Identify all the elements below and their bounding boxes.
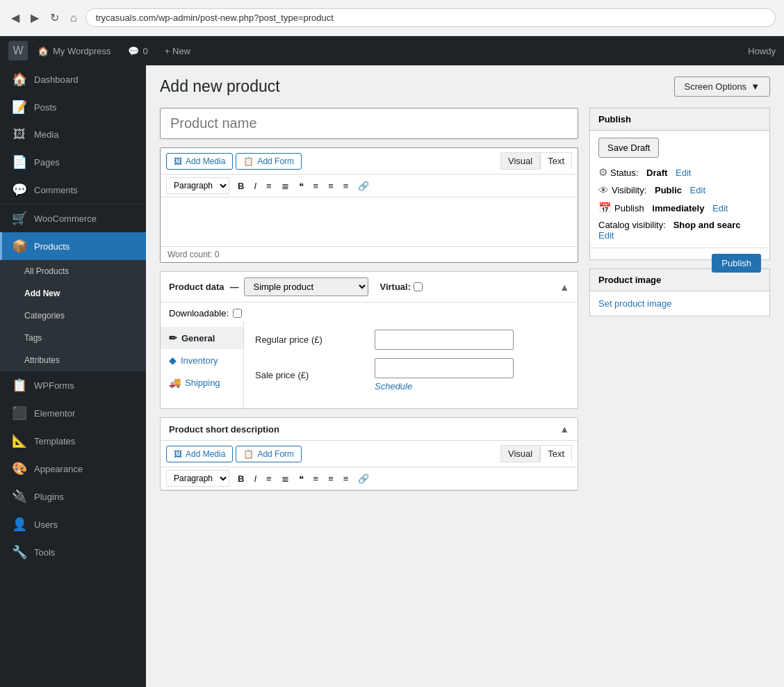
sidebar-item-woocommerce[interactable]: 🛒 WooCommerce (0, 204, 146, 232)
schedule-link[interactable]: Schedule (375, 381, 412, 391)
general-icon: ✏ (169, 332, 177, 344)
admin-bar-new[interactable]: + New (158, 43, 197, 59)
pd-tab-general[interactable]: ✏ General (161, 327, 243, 349)
sale-price-input[interactable] (375, 358, 514, 378)
short-desc-ul-button[interactable]: ≡ (262, 471, 276, 487)
sidebar-item-attributes[interactable]: Attributes (0, 349, 146, 371)
bold-button[interactable]: B (234, 178, 248, 194)
unordered-list-button[interactable]: ≡ (262, 178, 276, 194)
product-data-label: Product data (169, 282, 224, 292)
sidebar-item-label: Pages (34, 157, 60, 168)
tools-icon: 🔧 (12, 544, 27, 560)
sidebar-item-label: Tools (34, 547, 55, 558)
product-name-input[interactable] (160, 108, 578, 139)
set-product-image-link[interactable]: Set product image (598, 298, 672, 309)
short-desc-italic-button[interactable]: I (250, 471, 261, 487)
short-desc-add-media-button[interactable]: 🖼 Add Media (166, 446, 233, 462)
sidebar-item-elementor[interactable]: ⬛ Elementor (0, 399, 146, 427)
sidebar-item-products[interactable]: 📦 Products (0, 232, 146, 260)
short-desc-format-bar: Paragraph B I ≡ ≣ ❝ ≡ ≡ ≡ 🔗 (161, 467, 578, 490)
publish-button[interactable]: Publish (712, 254, 761, 273)
product-data-collapse-btn[interactable]: ▲ (560, 282, 569, 293)
short-desc-paragraph-select[interactable]: Paragraph (166, 470, 229, 487)
downloadable-checkbox[interactable] (233, 309, 242, 318)
sidebar-item-dashboard[interactable]: 🏠 Dashboard (0, 65, 146, 93)
sidebar-item-media[interactable]: 🖼 Media (0, 121, 146, 148)
short-description-collapse-btn[interactable]: ▲ (560, 423, 569, 435)
text-tab[interactable]: Text (540, 152, 572, 170)
admin-bar-comments[interactable]: 💬 0 (121, 43, 155, 59)
reload-button[interactable]: ↻ (47, 8, 62, 27)
status-edit-link[interactable]: Edit (676, 168, 691, 178)
forward-button[interactable]: ▶ (28, 8, 42, 27)
sidebar-item-categories[interactable]: Categories (0, 305, 146, 327)
catalog-label: Catalog visibility: (598, 220, 666, 230)
regular-price-label: Regular price (£) (255, 334, 366, 345)
add-media-button[interactable]: 🖼 Add Media (166, 153, 233, 170)
short-desc-align-right-button[interactable]: ≡ (339, 471, 353, 487)
sidebar-item-posts[interactable]: 📝 Posts (0, 93, 146, 121)
short-desc-ol-button[interactable]: ≣ (277, 471, 293, 487)
short-desc-align-left-button[interactable]: ≡ (309, 471, 323, 487)
sidebar-item-all-products[interactable]: All Products (0, 260, 146, 282)
ordered-list-button[interactable]: ≣ (277, 178, 293, 194)
virtual-checkbox[interactable] (414, 282, 423, 291)
short-desc-bold-button[interactable]: B (234, 471, 248, 487)
save-draft-button[interactable]: Save Draft (598, 138, 659, 158)
shipping-icon: 🚚 (169, 377, 181, 388)
visual-text-tabs: Visual Text (500, 152, 572, 170)
product-image-body: Set product image (590, 291, 769, 316)
content-header: Add new product Screen Options ▼ (146, 65, 784, 97)
visibility-edit-link[interactable]: Edit (690, 185, 705, 195)
sidebar-item-users[interactable]: 👤 Users (0, 510, 146, 538)
pd-tab-shipping[interactable]: 🚚 Shipping (161, 371, 243, 394)
short-desc-media-bar: 🖼 Add Media 📋 Add Form Visual Text (161, 441, 578, 467)
product-data-dash: — (229, 282, 238, 292)
add-form-button[interactable]: 📋 Add Form (236, 153, 302, 170)
sidebar-item-label: Posts (34, 102, 57, 113)
short-desc-visual-tab[interactable]: Visual (500, 445, 540, 462)
paragraph-select[interactable]: Paragraph (166, 177, 229, 194)
products-icon: 📦 (12, 239, 27, 254)
back-button[interactable]: ◀ (8, 8, 22, 27)
short-desc-quote-button[interactable]: ❝ (295, 471, 308, 487)
short-desc-text-tab[interactable]: Text (540, 445, 572, 462)
regular-price-input[interactable] (375, 330, 514, 350)
align-center-button[interactable]: ≡ (324, 178, 338, 194)
sidebar-item-plugins[interactable]: 🔌 Plugins (0, 483, 146, 510)
sidebar-item-appearance[interactable]: 🎨 Appearance (0, 455, 146, 483)
wp-logo[interactable]: W (8, 41, 28, 60)
visual-tab[interactable]: Visual (500, 152, 540, 170)
main-editor-box: 🖼 Add Media 📋 Add Form Visual Text (160, 147, 578, 263)
short-desc-add-form-button[interactable]: 📋 Add Form (236, 446, 302, 462)
sidebar-item-add-new[interactable]: Add New (0, 282, 146, 305)
url-bar[interactable]: trycasuals.com/wp-admin/post-new.php?pos… (85, 8, 776, 27)
admin-bar-site[interactable]: 🏠 My Wordpress (31, 43, 118, 59)
short-desc-align-center-button[interactable]: ≡ (324, 471, 338, 487)
main-column: 🖼 Add Media 📋 Add Form Visual Text (160, 108, 578, 499)
comments-count: 0 (143, 46, 148, 56)
sidebar-item-templates[interactable]: 📐 Templates (0, 427, 146, 455)
catalog-edit-link[interactable]: Edit (598, 230, 614, 241)
sidebar-item-tags[interactable]: Tags (0, 327, 146, 349)
italic-button[interactable]: I (250, 178, 261, 194)
sidebar-item-label: Appearance (34, 464, 83, 474)
sidebar-item-pages[interactable]: 📄 Pages (0, 148, 146, 176)
sidebar-item-comments[interactable]: 💬 Comments (0, 176, 146, 204)
screen-options-button[interactable]: Screen Options ▼ (674, 76, 770, 97)
blockquote-button[interactable]: ❝ (295, 178, 308, 194)
editor-content-area[interactable] (161, 197, 578, 246)
sidebar-item-wpforms[interactable]: 📋 WPForms (0, 371, 146, 399)
link-button[interactable]: 🔗 (354, 178, 373, 194)
align-right-button[interactable]: ≡ (339, 178, 353, 194)
visibility-value: Public (655, 185, 682, 195)
publish-box: Publish Save Draft ⚙ Status: Draft Edit (589, 108, 770, 260)
publish-edit-link[interactable]: Edit (712, 203, 728, 213)
home-button[interactable]: ⌂ (67, 9, 80, 27)
sidebar-item-tools[interactable]: 🔧 Tools (0, 538, 146, 566)
wp-main: 🏠 Dashboard 📝 Posts 🖼 Media 📄 Pages 💬 Co… (0, 65, 784, 687)
align-left-button[interactable]: ≡ (309, 178, 323, 194)
pd-tab-inventory[interactable]: ◆ Inventory (161, 349, 243, 371)
short-desc-link-button[interactable]: 🔗 (354, 471, 373, 487)
product-type-select[interactable]: Simple product Variable product Grouped … (244, 277, 368, 296)
